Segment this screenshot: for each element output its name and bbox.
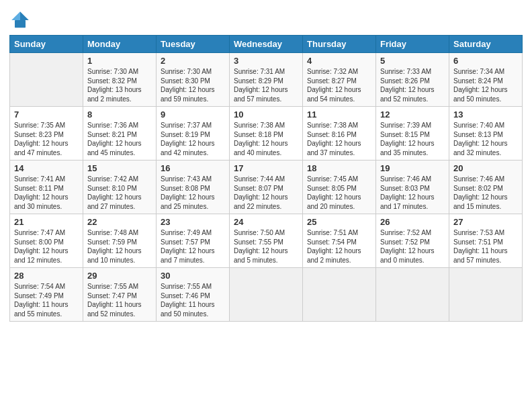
page-container: SundayMondayTuesdayWednesdayThursdayFrid… bbox=[0, 0, 532, 328]
logo-icon bbox=[9, 9, 31, 31]
week-row-4: 21Sunrise: 7:47 AM Sunset: 8:00 PM Dayli… bbox=[10, 214, 523, 268]
col-header-tuesday: Tuesday bbox=[157, 36, 230, 53]
week-row-1: 1Sunrise: 7:30 AM Sunset: 8:32 PM Daylig… bbox=[10, 53, 523, 107]
day-info: Sunrise: 7:32 AM Sunset: 8:27 PM Dayligh… bbox=[307, 67, 371, 103]
day-number: 21 bbox=[14, 217, 79, 227]
svg-marker-1 bbox=[11, 11, 20, 20]
day-info: Sunrise: 7:30 AM Sunset: 8:32 PM Dayligh… bbox=[87, 67, 152, 103]
day-number: 14 bbox=[14, 163, 79, 173]
day-info: Sunrise: 7:54 AM Sunset: 7:49 PM Dayligh… bbox=[14, 282, 79, 318]
day-number: 4 bbox=[307, 56, 371, 66]
day-number: 30 bbox=[161, 271, 225, 281]
day-cell: 17Sunrise: 7:44 AM Sunset: 8:07 PM Dayli… bbox=[230, 161, 303, 214]
day-info: Sunrise: 7:41 AM Sunset: 8:11 PM Dayligh… bbox=[14, 175, 79, 211]
day-cell: 19Sunrise: 7:46 AM Sunset: 8:03 PM Dayli… bbox=[376, 161, 449, 214]
logo bbox=[9, 9, 32, 31]
day-info: Sunrise: 7:45 AM Sunset: 8:05 PM Dayligh… bbox=[307, 175, 371, 211]
col-header-wednesday: Wednesday bbox=[230, 36, 303, 53]
day-cell bbox=[303, 268, 376, 322]
day-cell: 6Sunrise: 7:34 AM Sunset: 8:24 PM Daylig… bbox=[449, 53, 523, 107]
day-number: 8 bbox=[87, 109, 152, 120]
day-info: Sunrise: 7:48 AM Sunset: 7:59 PM Dayligh… bbox=[87, 228, 152, 265]
day-info: Sunrise: 7:38 AM Sunset: 8:16 PM Dayligh… bbox=[307, 121, 371, 157]
day-info: Sunrise: 7:37 AM Sunset: 8:19 PM Dayligh… bbox=[161, 121, 225, 157]
day-cell bbox=[10, 53, 83, 107]
day-number: 15 bbox=[87, 163, 152, 173]
day-number: 20 bbox=[453, 163, 518, 173]
day-number: 24 bbox=[234, 217, 298, 227]
day-cell: 3Sunrise: 7:31 AM Sunset: 8:29 PM Daylig… bbox=[230, 53, 303, 107]
svg-rect-2 bbox=[15, 20, 26, 28]
col-header-sunday: Sunday bbox=[10, 36, 83, 53]
day-number: 22 bbox=[87, 217, 152, 227]
day-info: Sunrise: 7:51 AM Sunset: 7:54 PM Dayligh… bbox=[307, 228, 371, 265]
day-number: 2 bbox=[161, 56, 225, 66]
day-cell bbox=[449, 268, 523, 322]
day-number: 17 bbox=[234, 163, 298, 173]
day-info: Sunrise: 7:53 AM Sunset: 7:51 PM Dayligh… bbox=[453, 228, 518, 265]
day-cell bbox=[376, 268, 449, 322]
day-info: Sunrise: 7:38 AM Sunset: 8:18 PM Dayligh… bbox=[234, 121, 298, 157]
day-cell: 26Sunrise: 7:52 AM Sunset: 7:52 PM Dayli… bbox=[376, 214, 449, 268]
day-number: 11 bbox=[307, 109, 371, 120]
day-info: Sunrise: 7:39 AM Sunset: 8:15 PM Dayligh… bbox=[380, 121, 445, 157]
day-number: 10 bbox=[234, 109, 298, 120]
day-info: Sunrise: 7:46 AM Sunset: 8:03 PM Dayligh… bbox=[380, 175, 445, 211]
day-info: Sunrise: 7:35 AM Sunset: 8:23 PM Dayligh… bbox=[14, 121, 79, 157]
day-info: Sunrise: 7:34 AM Sunset: 8:24 PM Dayligh… bbox=[453, 67, 518, 103]
day-cell: 16Sunrise: 7:43 AM Sunset: 8:08 PM Dayli… bbox=[157, 161, 230, 214]
day-cell: 18Sunrise: 7:45 AM Sunset: 8:05 PM Dayli… bbox=[303, 161, 376, 214]
day-number: 29 bbox=[87, 271, 152, 281]
day-number: 1 bbox=[87, 56, 152, 66]
day-number: 12 bbox=[380, 109, 445, 120]
calendar-table: SundayMondayTuesdayWednesdayThursdayFrid… bbox=[9, 35, 523, 322]
day-number: 16 bbox=[161, 163, 225, 173]
day-cell: 9Sunrise: 7:37 AM Sunset: 8:19 PM Daylig… bbox=[157, 107, 230, 161]
day-number: 3 bbox=[234, 56, 298, 66]
day-info: Sunrise: 7:50 AM Sunset: 7:55 PM Dayligh… bbox=[234, 228, 298, 265]
day-cell: 1Sunrise: 7:30 AM Sunset: 8:32 PM Daylig… bbox=[83, 53, 157, 107]
day-number: 13 bbox=[453, 109, 518, 120]
day-cell: 22Sunrise: 7:48 AM Sunset: 7:59 PM Dayli… bbox=[83, 214, 157, 268]
day-cell: 13Sunrise: 7:40 AM Sunset: 8:13 PM Dayli… bbox=[449, 107, 523, 161]
day-cell: 5Sunrise: 7:33 AM Sunset: 8:26 PM Daylig… bbox=[376, 53, 449, 107]
day-cell: 28Sunrise: 7:54 AM Sunset: 7:49 PM Dayli… bbox=[10, 268, 83, 322]
day-number: 18 bbox=[307, 163, 371, 173]
day-number: 6 bbox=[453, 56, 518, 66]
day-info: Sunrise: 7:49 AM Sunset: 7:57 PM Dayligh… bbox=[161, 228, 225, 265]
header bbox=[9, 7, 523, 31]
day-info: Sunrise: 7:55 AM Sunset: 7:47 PM Dayligh… bbox=[87, 282, 152, 318]
day-info: Sunrise: 7:43 AM Sunset: 8:08 PM Dayligh… bbox=[161, 175, 225, 211]
day-number: 7 bbox=[14, 109, 79, 120]
day-cell: 21Sunrise: 7:47 AM Sunset: 8:00 PM Dayli… bbox=[10, 214, 83, 268]
day-cell: 8Sunrise: 7:36 AM Sunset: 8:21 PM Daylig… bbox=[83, 107, 157, 161]
week-row-3: 14Sunrise: 7:41 AM Sunset: 8:11 PM Dayli… bbox=[10, 161, 523, 214]
day-cell: 2Sunrise: 7:30 AM Sunset: 8:30 PM Daylig… bbox=[157, 53, 230, 107]
day-info: Sunrise: 7:46 AM Sunset: 8:02 PM Dayligh… bbox=[453, 175, 518, 211]
day-info: Sunrise: 7:55 AM Sunset: 7:46 PM Dayligh… bbox=[161, 282, 225, 318]
day-cell: 23Sunrise: 7:49 AM Sunset: 7:57 PM Dayli… bbox=[157, 214, 230, 268]
day-number: 9 bbox=[161, 109, 225, 120]
col-header-friday: Friday bbox=[376, 36, 449, 53]
day-info: Sunrise: 7:40 AM Sunset: 8:13 PM Dayligh… bbox=[453, 121, 518, 157]
day-cell: 15Sunrise: 7:42 AM Sunset: 8:10 PM Dayli… bbox=[83, 161, 157, 214]
header-row: SundayMondayTuesdayWednesdayThursdayFrid… bbox=[10, 36, 523, 53]
day-cell: 25Sunrise: 7:51 AM Sunset: 7:54 PM Dayli… bbox=[303, 214, 376, 268]
day-cell: 27Sunrise: 7:53 AM Sunset: 7:51 PM Dayli… bbox=[449, 214, 523, 268]
day-cell bbox=[230, 268, 303, 322]
day-number: 28 bbox=[14, 271, 79, 281]
day-cell: 7Sunrise: 7:35 AM Sunset: 8:23 PM Daylig… bbox=[10, 107, 83, 161]
col-header-thursday: Thursday bbox=[303, 36, 376, 53]
col-header-saturday: Saturday bbox=[449, 36, 523, 53]
day-info: Sunrise: 7:52 AM Sunset: 7:52 PM Dayligh… bbox=[380, 228, 445, 265]
day-cell: 12Sunrise: 7:39 AM Sunset: 8:15 PM Dayli… bbox=[376, 107, 449, 161]
day-cell: 10Sunrise: 7:38 AM Sunset: 8:18 PM Dayli… bbox=[230, 107, 303, 161]
day-cell: 29Sunrise: 7:55 AM Sunset: 7:47 PM Dayli… bbox=[83, 268, 157, 322]
day-number: 5 bbox=[380, 56, 445, 66]
col-header-monday: Monday bbox=[83, 36, 157, 53]
day-cell: 24Sunrise: 7:50 AM Sunset: 7:55 PM Dayli… bbox=[230, 214, 303, 268]
day-number: 26 bbox=[380, 217, 445, 227]
day-info: Sunrise: 7:31 AM Sunset: 8:29 PM Dayligh… bbox=[234, 67, 298, 103]
day-cell: 30Sunrise: 7:55 AM Sunset: 7:46 PM Dayli… bbox=[157, 268, 230, 322]
day-info: Sunrise: 7:36 AM Sunset: 8:21 PM Dayligh… bbox=[87, 121, 152, 157]
